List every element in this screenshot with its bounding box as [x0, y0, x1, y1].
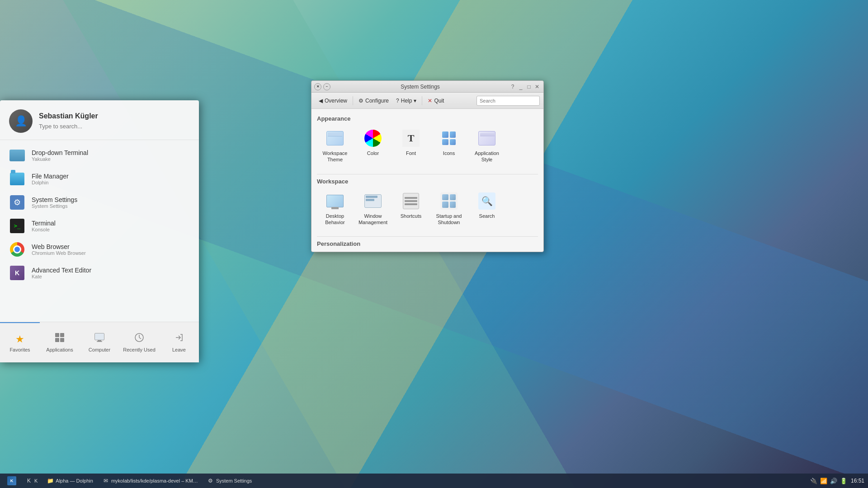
- system-settings-task-taskbar-icon: ⚙: [207, 477, 214, 484]
- sound-tray-icon[interactable]: 🔊: [830, 478, 837, 484]
- advanced-text-editor-details: Advanced Text Editor Kate: [32, 267, 190, 279]
- app-list: Drop-down Terminal Yakuake File Manager …: [0, 140, 199, 322]
- settings-item-applications[interactable]: ★ Applications: [431, 251, 467, 252]
- mykolab-taskbar-label: mykolab/lists/kde/plasma-devel – KM…: [111, 478, 198, 483]
- svg-rect-2: [55, 338, 59, 342]
- app-launcher: 👤 Sebastian Kügler Drop-down Terminal Ya…: [0, 100, 199, 362]
- taskbar-item-alpha-dolphin[interactable]: 📁 Alpha — Dolphin: [43, 476, 97, 485]
- user-info: Sebastian Kügler: [39, 112, 190, 130]
- window-close-control[interactable]: ✕: [533, 83, 541, 90]
- window-management-icon: [364, 194, 382, 208]
- settings-item-workspace-theme[interactable]: Workspace Theme: [317, 126, 353, 167]
- terminal-subtitle: Konsole: [32, 227, 190, 232]
- battery-tray-icon[interactable]: 🔋: [840, 478, 847, 484]
- settings-item-icons[interactable]: Icons: [431, 126, 467, 167]
- app-item-terminal[interactable]: >_ Terminal Konsole: [0, 214, 199, 238]
- settings-search-input[interactable]: [476, 96, 540, 106]
- section-header-workspace: Workspace: [317, 178, 538, 185]
- application-style-icon: [478, 131, 495, 145]
- nav-item-applications[interactable]: Applications: [40, 322, 80, 362]
- advanced-text-editor-name: Advanced Text Editor: [32, 267, 190, 274]
- configure-button[interactable]: ⚙ Configure: [355, 96, 392, 105]
- network-tray-icon[interactable]: 🔌: [810, 478, 817, 484]
- settings-item-application-style[interactable]: Application Style: [469, 126, 505, 167]
- nav-item-recently-used[interactable]: Recently Used: [119, 322, 159, 362]
- applications-nav-icon: [55, 333, 65, 345]
- section-content-personalization: Account Details 🌐 Regional Settings ! No…: [317, 251, 538, 252]
- advanced-text-editor-icon: K: [10, 266, 24, 280]
- window-minimize-control[interactable]: _: [517, 83, 524, 90]
- settings-item-shortcuts[interactable]: Shortcuts: [393, 188, 429, 230]
- window-maximize-control[interactable]: □: [525, 83, 533, 90]
- kde-menu-button[interactable]: K: [4, 475, 20, 486]
- drop-down-terminal-subtitle: Yakuake: [32, 156, 190, 162]
- system-settings-name: System Settings: [32, 196, 190, 203]
- nav-item-leave[interactable]: Leave: [159, 322, 199, 362]
- help-icon: ?: [396, 98, 399, 104]
- window-help-control[interactable]: ?: [509, 83, 516, 90]
- workspace-theme-label: Workspace Theme: [320, 150, 350, 163]
- leave-nav-icon: [174, 333, 184, 345]
- file-manager-details: File Manager Dolphin: [32, 173, 190, 185]
- launcher-search-input[interactable]: [39, 123, 190, 130]
- section-content-workspace: Desktop Behavior Window Management Short…: [317, 188, 538, 230]
- drop-down-terminal-icon-container: [9, 147, 25, 164]
- startup-shutdown-label: Startup and Shutdown: [434, 213, 464, 226]
- recently-used-nav-label: Recently Used: [123, 347, 156, 352]
- taskbar-item-kde-menu[interactable]: K K: [22, 476, 41, 485]
- file-manager-subtitle: Dolphin: [32, 180, 190, 185]
- kde-logo: K: [7, 476, 16, 485]
- settings-content: Appearance Workspace Theme Color T Font …: [311, 109, 543, 252]
- window-minimize-button[interactable]: −: [323, 83, 330, 90]
- shortcuts-label: Shortcuts: [401, 213, 421, 219]
- wifi-tray-icon[interactable]: 📶: [820, 478, 827, 484]
- system-settings-task-taskbar-label: System Settings: [216, 478, 252, 483]
- settings-item-notification[interactable]: ! Notification: [393, 251, 429, 252]
- favorites-nav-icon: ★: [15, 333, 24, 345]
- settings-item-font[interactable]: T Font: [393, 126, 429, 167]
- app-item-file-manager[interactable]: File Manager Dolphin: [0, 167, 199, 191]
- configure-label: Configure: [365, 98, 389, 104]
- search-label: Search: [479, 213, 495, 219]
- recently-used-nav-icon: [134, 333, 144, 345]
- window-close-button[interactable]: ✕: [314, 83, 321, 90]
- app-item-drop-down-terminal[interactable]: Drop-down Terminal Yakuake: [0, 144, 199, 167]
- terminal-details: Terminal Konsole: [32, 220, 190, 232]
- svg-rect-1: [60, 333, 64, 337]
- desktop-behavior-icon: [326, 195, 344, 207]
- section-content-appearance: Workspace Theme Color T Font Icons Appli…: [317, 126, 538, 167]
- drop-down-terminal-details: Drop-down Terminal Yakuake: [32, 149, 190, 162]
- taskbar-item-mykolab[interactable]: ✉ mykolab/lists/kde/plasma-devel – KM…: [99, 476, 202, 485]
- overview-button[interactable]: ◀ Overview: [315, 96, 351, 105]
- svg-rect-0: [55, 333, 59, 337]
- taskbar-left: K K K 📁 Alpha — Dolphin ✉ mykolab/lists/…: [4, 475, 255, 486]
- quit-button[interactable]: ✕ Quit: [424, 96, 448, 105]
- settings-item-window-management[interactable]: Window Management: [355, 188, 391, 230]
- section-header-appearance: Appearance: [317, 115, 538, 122]
- app-item-web-browser[interactable]: Web Browser Chromium Web Browser: [0, 238, 199, 261]
- user-name: Sebastian Kügler: [39, 112, 190, 120]
- settings-item-color[interactable]: Color: [355, 126, 391, 167]
- file-manager-icon-container: [9, 171, 25, 187]
- app-item-system-settings[interactable]: System Settings System Settings: [0, 191, 199, 214]
- settings-item-regional-settings[interactable]: 🌐 Regional Settings: [355, 251, 391, 252]
- taskbar-item-system-settings-task[interactable]: ⚙ System Settings: [203, 476, 255, 485]
- svg-rect-3: [60, 338, 64, 342]
- leave-nav-label: Leave: [172, 347, 186, 352]
- settings-item-search[interactable]: 🔍 Search: [469, 188, 505, 230]
- startup-shutdown-icon: [440, 192, 458, 210]
- nav-item-computer[interactable]: Computer: [80, 322, 119, 362]
- configure-icon: ⚙: [359, 98, 363, 104]
- nav-item-favorites[interactable]: ★ Favorites: [0, 322, 40, 362]
- settings-item-startup-shutdown[interactable]: Startup and Shutdown: [431, 188, 467, 230]
- app-item-advanced-text-editor[interactable]: K Advanced Text Editor Kate: [0, 261, 199, 285]
- svg-rect-7: [97, 341, 102, 342]
- computer-nav-label: Computer: [89, 347, 110, 352]
- terminal-icon: >_: [10, 219, 24, 233]
- favorites-nav-label: Favorites: [9, 347, 30, 352]
- color-label: Color: [367, 150, 379, 156]
- settings-item-desktop-behavior[interactable]: Desktop Behavior: [317, 188, 353, 230]
- section-personalization: Personalization Account Details 🌐 Region…: [317, 240, 538, 252]
- settings-item-account-details[interactable]: Account Details: [317, 251, 353, 252]
- help-button[interactable]: ? Help ▾: [392, 96, 420, 105]
